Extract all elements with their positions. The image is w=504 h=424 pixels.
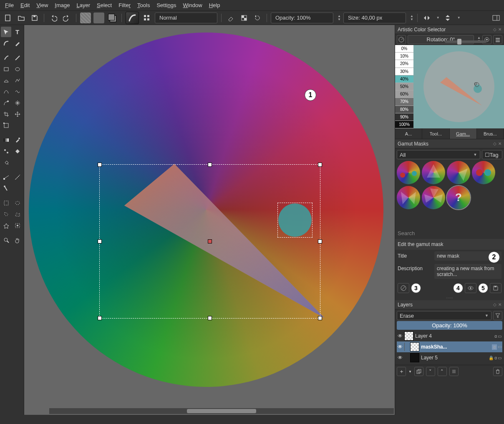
layer-row-4[interactable]: 👁 Layer 4 α▭ (397, 331, 502, 341)
visibility-icon[interactable]: 👁 (398, 333, 403, 339)
transform-tool-2[interactable] (1, 120, 11, 130)
props-icon[interactable]: ▭ (498, 356, 501, 360)
assistant-tool[interactable] (1, 172, 11, 182)
acs-wheel[interactable] (413, 45, 504, 128)
pct-40[interactable]: 40% (395, 75, 413, 83)
workspace-button[interactable] (491, 13, 501, 23)
layer-props-button[interactable] (449, 367, 459, 376)
tab-gamut-masks[interactable]: Gam... (450, 128, 477, 139)
pan-tool[interactable] (12, 235, 23, 245)
eraser-toggle[interactable] (225, 13, 236, 23)
add-layer-button[interactable]: ＋ (397, 367, 406, 376)
edit-shapes-tool[interactable] (1, 38, 11, 48)
menu-help[interactable]: Help (206, 1, 224, 10)
sel-handle-e[interactable] (318, 239, 322, 243)
new-doc-button[interactable] (3, 13, 13, 23)
smart-fill-tool[interactable] (12, 146, 23, 156)
bezier-tool[interactable] (1, 86, 11, 97)
size-slider[interactable]: Size: 40,00 px (343, 13, 406, 23)
props-icon[interactable]: ▭ (498, 334, 501, 339)
menu-select[interactable]: Select (93, 1, 115, 10)
canvas[interactable]: 1 (24, 25, 395, 415)
mirror-v-menu[interactable]: ▼ (457, 16, 461, 20)
redo-button[interactable] (61, 13, 72, 23)
pct-80[interactable]: 80% (395, 106, 413, 113)
mask-current-new[interactable]: ? (447, 186, 470, 209)
measure-tool[interactable] (12, 172, 23, 182)
pct-60[interactable]: 60% (395, 90, 413, 98)
menu-view[interactable]: View (33, 1, 51, 10)
tab-tool-options[interactable]: Tool... (422, 128, 449, 139)
contiguous-select-tool[interactable] (1, 220, 11, 231)
calligraphy-tool[interactable] (12, 38, 23, 48)
horizontal-scrollbar[interactable] (49, 408, 394, 414)
sel-handle-nw[interactable] (98, 163, 102, 167)
gradient-tool[interactable] (1, 135, 11, 145)
alpha-icon[interactable]: α (494, 356, 497, 360)
alpha-icon[interactable]: α (492, 344, 497, 350)
mirror-v-button[interactable] (442, 13, 453, 23)
layer-filter-icon[interactable] (493, 311, 502, 320)
cancel-edit-button[interactable] (398, 283, 409, 293)
pct-10[interactable]: 10% (395, 53, 413, 60)
freehand-path-tool[interactable] (12, 86, 23, 97)
mirror-h-menu[interactable]: ▼ (436, 16, 440, 20)
size-spin[interactable]: ▲▼ (410, 15, 413, 21)
menu-layer[interactable]: Layer (73, 1, 93, 10)
pct-20[interactable]: 20% (395, 60, 413, 68)
transform-tool[interactable] (1, 27, 11, 37)
color-picker-tool[interactable] (12, 135, 23, 145)
save-doc-button[interactable] (29, 13, 40, 23)
rectangle-tool[interactable] (1, 64, 11, 74)
menu-window[interactable]: Window (179, 1, 205, 10)
duplicate-layer-button[interactable] (414, 367, 423, 376)
brush-tool[interactable] (1, 53, 11, 63)
pct-0[interactable]: 0% (395, 45, 413, 53)
close-icon[interactable]: ✕ (498, 141, 501, 146)
pct-90[interactable]: 90% (395, 113, 413, 121)
settings-icon[interactable] (493, 35, 502, 44)
opacity-slider[interactable]: Opacity: 100% (271, 13, 333, 23)
gamut-filter-dropdown[interactable]: All▼ (397, 150, 480, 159)
zoom-tool[interactable] (1, 235, 11, 245)
lock-icon[interactable]: 🔒 (489, 356, 494, 360)
sel-handle-sw[interactable] (98, 316, 102, 320)
visibility-icon[interactable]: 👁 (398, 355, 403, 361)
crop-tool[interactable] (1, 109, 11, 119)
menu-image[interactable]: Image (51, 1, 73, 10)
similar-select-tool[interactable] (12, 220, 23, 231)
polyline-tool[interactable] (12, 75, 23, 85)
layer-opacity-slider[interactable]: Opacity: 100% (397, 321, 502, 330)
brush-preset-thumb[interactable] (126, 12, 139, 24)
pattern-tool[interactable] (1, 146, 11, 156)
sel-handle-w[interactable] (98, 239, 102, 243)
alpha-icon[interactable]: α (494, 334, 497, 339)
pct-50[interactable]: 50% (395, 83, 413, 90)
float-icon[interactable]: ◇ (493, 141, 496, 146)
mask-analogous[interactable] (422, 186, 445, 209)
open-doc-button[interactable] (16, 13, 27, 23)
move-up-button[interactable]: ˄ (438, 367, 447, 376)
props-icon[interactable]: ▭ (498, 344, 501, 350)
mirror-h-button[interactable] (421, 13, 432, 23)
visibility-icon[interactable]: 👁 (398, 344, 403, 350)
sel-handle-ne[interactable] (318, 163, 322, 167)
preview-button[interactable] (465, 283, 476, 293)
close-icon[interactable]: ✕ (498, 27, 501, 32)
fg-bg-color-swatch[interactable] (107, 13, 118, 23)
alpha-lock-toggle[interactable] (239, 13, 249, 23)
gamut-search[interactable]: Search (395, 228, 504, 239)
menu-file[interactable]: File (2, 1, 17, 10)
pct-30[interactable]: 30% (395, 68, 413, 75)
mask-split[interactable] (397, 186, 420, 209)
menu-tools[interactable]: Tools (134, 1, 153, 10)
mask-complementary[interactable] (472, 161, 495, 184)
gradient-swatch[interactable] (80, 13, 91, 23)
reference-tool[interactable] (1, 183, 11, 193)
multibrush-tool[interactable] (12, 98, 23, 108)
ellipse-tool[interactable] (12, 64, 23, 74)
move-tool[interactable] (12, 109, 23, 119)
close-icon[interactable]: ✕ (498, 302, 501, 307)
pattern-swatch[interactable] (93, 13, 104, 23)
float-icon[interactable]: ◇ (493, 27, 496, 32)
